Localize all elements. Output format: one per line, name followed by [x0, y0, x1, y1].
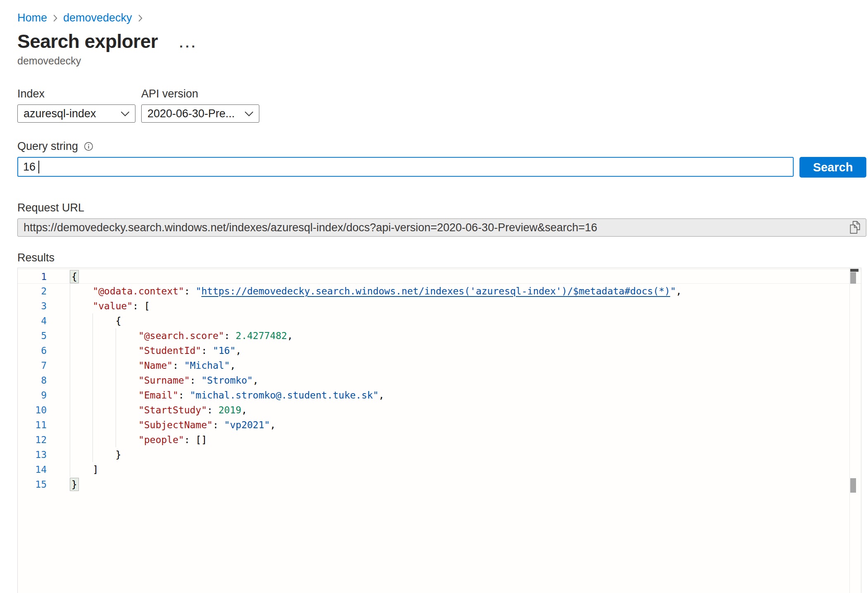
- indent-guide: [92, 328, 115, 343]
- code-token: ,: [287, 330, 293, 341]
- indent-guide: [70, 284, 92, 299]
- code-token: :: [213, 420, 224, 430]
- indent-guide: [116, 432, 138, 447]
- code-line: 4{: [18, 313, 861, 328]
- indent-guide: [116, 373, 138, 388]
- code-token: ,: [236, 345, 242, 356]
- code-line: 10"StartStudy": 2019,: [18, 403, 861, 417]
- select-labels-row: Index API version: [17, 88, 866, 100]
- breadcrumb-home-link[interactable]: Home: [17, 12, 47, 24]
- editor-lines: 1{2"@odata.context": "https://demovedeck…: [18, 268, 861, 492]
- copy-button[interactable]: [849, 221, 861, 235]
- chevron-right-icon: [137, 14, 143, 23]
- code-token: :: [224, 330, 236, 341]
- info-icon[interactable]: [84, 142, 93, 151]
- indent-guide: [92, 432, 115, 447]
- code-line-text: }: [70, 447, 121, 462]
- code-token: ]: [92, 464, 98, 475]
- query-input-wrap: [17, 157, 794, 178]
- code-token: "Email": [138, 390, 178, 401]
- line-number: 11: [18, 417, 47, 432]
- index-dropdown[interactable]: azuresql-index: [17, 104, 135, 123]
- code-token: ,: [241, 405, 247, 415]
- code-token: "Surname": [138, 375, 190, 386]
- code-token: "Name": [138, 360, 173, 371]
- code-token: "SubjectName": [138, 420, 213, 430]
- indent-guide: [116, 403, 138, 417]
- request-url-value: https://demovedecky.search.windows.net/i…: [24, 221, 849, 234]
- search-button[interactable]: Search: [799, 157, 866, 178]
- request-url-label: Request URL: [17, 202, 866, 214]
- code-token: }: [70, 478, 79, 491]
- line-number: 3: [18, 299, 47, 313]
- index-dropdown-value: azuresql-index: [24, 107, 120, 120]
- code-token: :: [184, 286, 196, 296]
- code-token: "StartStudy": [138, 405, 207, 415]
- breadcrumb-demovedecky-link[interactable]: demovedecky: [63, 12, 132, 24]
- page-title: Search explorer: [17, 30, 158, 52]
- text-cursor: [38, 161, 39, 173]
- code-line: 9"Email": "michal.stromko@.student.tuke.…: [18, 388, 861, 403]
- search-explorer-page: Home demovedecky Search explorer ··· dem…: [17, 0, 866, 593]
- more-options-button[interactable]: ···: [179, 40, 197, 52]
- chevron-right-icon: [52, 14, 58, 23]
- line-number: 13: [18, 447, 47, 462]
- indent-guide: [70, 313, 92, 328]
- api-version-dropdown-value: 2020-06-30-Pre...: [147, 107, 244, 120]
- code-token: 2.4277482: [236, 330, 287, 341]
- line-number: 1: [18, 269, 47, 284]
- indent-guide: [70, 462, 92, 477]
- indent-guide: [92, 358, 115, 373]
- code-line: 3"value": [: [18, 299, 861, 313]
- query-input[interactable]: [17, 157, 794, 177]
- indent-guide: [70, 328, 92, 343]
- request-url-box: https://demovedecky.search.windows.net/i…: [17, 218, 866, 237]
- line-number: 9: [18, 388, 47, 403]
- code-line: 11"SubjectName": "vp2021",: [18, 417, 861, 432]
- indent-guide: [70, 447, 92, 462]
- code-line-text: "StartStudy": 2019,: [70, 403, 247, 417]
- chevron-down-icon: [244, 111, 254, 117]
- code-token: "michal.stromko@.student.tuke.sk": [190, 390, 379, 401]
- code-token: :: [190, 375, 202, 386]
- indent-guide: [116, 417, 138, 432]
- code-line: 7"Name": "Michal",: [18, 358, 861, 373]
- code-token: "Michal": [184, 360, 230, 371]
- indent-guide: [70, 358, 92, 373]
- line-number: 8: [18, 373, 47, 388]
- api-version-dropdown[interactable]: 2020-06-30-Pre...: [141, 104, 259, 123]
- code-line-text: "value": [: [70, 299, 150, 313]
- code-token: }: [116, 449, 121, 460]
- line-number: 6: [18, 343, 47, 358]
- results-editor[interactable]: 1{2"@odata.context": "https://demovedeck…: [17, 268, 861, 593]
- code-token: {: [70, 270, 79, 283]
- code-line-text: "Name": "Michal",: [70, 358, 236, 373]
- code-line-text: ]: [70, 462, 98, 477]
- code-line: 14]: [18, 462, 861, 477]
- code-token: : [: [133, 301, 150, 311]
- code-line-text: "StudentId": "16",: [70, 343, 241, 358]
- indent-guide: [70, 388, 92, 403]
- code-token: :: [178, 390, 190, 401]
- code-line-text: "@odata.context": "https://demovedecky.s…: [70, 284, 682, 299]
- code-token: "16": [213, 345, 235, 356]
- code-token: ,: [379, 390, 384, 401]
- code-line-text: {: [70, 269, 79, 284]
- code-line-text: {: [70, 313, 121, 328]
- code-token: ": [196, 286, 202, 296]
- line-number: 15: [18, 477, 47, 492]
- code-token: "vp2021": [224, 420, 270, 430]
- index-label: Index: [17, 88, 141, 100]
- code-line-text: "Surname": "Stromko",: [70, 373, 259, 388]
- indent-guide: [70, 403, 92, 417]
- indent-guide: [92, 343, 115, 358]
- indent-guide: [70, 373, 92, 388]
- code-line: 2"@odata.context": "https://demovedecky.…: [18, 284, 861, 299]
- indent-guide: [70, 432, 92, 447]
- editor-overview-ruler[interactable]: [849, 268, 861, 593]
- code-token: https://demovedecky.search.windows.net/i…: [202, 286, 670, 296]
- code-token: "value": [92, 301, 133, 311]
- code-token: ,: [270, 420, 276, 430]
- indent-guide: [92, 388, 115, 403]
- ruler-bracket-marker-bottom: [850, 478, 856, 493]
